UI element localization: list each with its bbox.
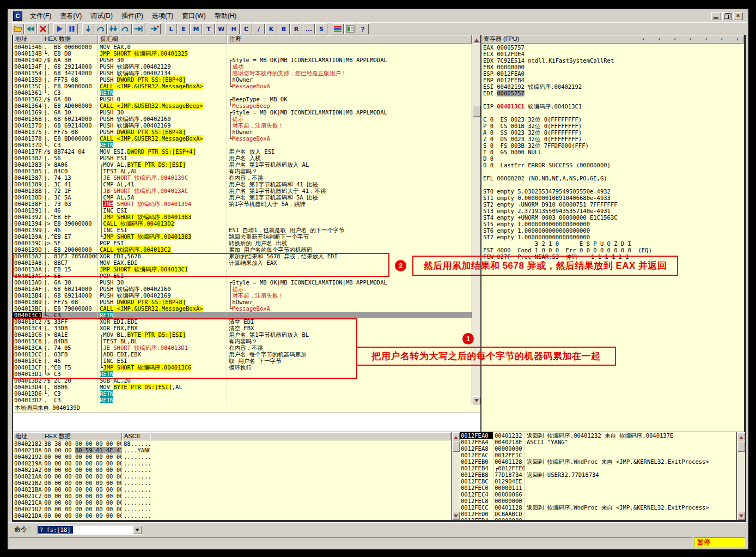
scrollbar-thumb[interactable] [452,441,460,452]
stack-row[interactable]: 0012FED0DCBAABCD [460,511,736,517]
register-line[interactable] [481,168,744,175]
stack-scrollbar[interactable] [736,432,745,520]
dump-row[interactable]: 004021CA00 00 00 00 00 00 00 00........ [13,499,451,506]
register-line[interactable]: ST6 empty 1.0000000000000000000 [481,227,744,234]
disasm-row[interactable]: 004013B9|. FF75 08PUSH DWORD PTR SS:[EBP… [13,299,472,305]
executable-modules-button[interactable]: E [178,23,190,34]
dump-row[interactable]: 004021DA00 00 00 00 00 00 00 00........ [13,512,451,519]
scrollbar-thumb[interactable] [473,106,480,117]
register-line[interactable]: 3 2 1 0 E S P U O Z D I [481,240,744,247]
run-trace-button[interactable]: ... [303,23,315,34]
disasm-row[interactable]: 0040139A|.^EB E7└JMP SHORT 软编码序.00401383… [13,233,472,240]
scrollbar-thumb[interactable] [737,441,745,452]
cpu-window-button[interactable]: C [240,23,252,34]
disasm-row[interactable]: 0040137D└. C3RETN [13,142,472,148]
disasm-row[interactable]: 0040134D/$ 6A 30PUSH 30┌Style = MB_OK|MB… [13,57,472,63]
stack-row[interactable]: 0012FEA800000000 [460,445,736,452]
memory-map-button[interactable]: M [190,23,202,34]
register-line[interactable]: D 0 [481,155,744,162]
disasm-row[interactable]: 004013C8|. 84DB│TEST BL,BL有内容吗？ [13,338,472,344]
dump-row[interactable]: 004021A200 00 00 00 00 00 00 00........ [13,467,451,473]
menu-item-window[interactable]: 窗口(W) [178,10,210,22]
log-window-button[interactable]: L [165,23,177,34]
scroll-down-button[interactable] [452,512,460,520]
disasm-row[interactable]: 004013B4|. 68 69214000PUSH 软编码序.00402169… [13,292,472,299]
dump-row[interactable]: 004021B200 00 00 00 00 00 00 00........ [13,480,451,486]
disasm-row[interactable]: 004013AC|> 5EPOP ESI [13,273,472,279]
register-line[interactable]: ST7 empty 1.0000000000000000000 [481,234,744,240]
register-line[interactable]: EAX 00005757 [481,44,744,51]
register-line[interactable]: ESI 00402192 软编码序.00402192 [481,83,744,90]
debugging-options-button[interactable] [332,23,344,34]
command-input[interactable]: ? fs:[18] [38,525,142,535]
disasm-row[interactable]: 00401346. B8 00000000MOV EAX,0 [13,44,472,50]
register-line[interactable]: C 0 ES 0023 32位 0(FFFFFFFF) [481,116,744,123]
disasm-row[interactable]: 00401383|> 8A06┌MOV AL,BYTE PTR DS:[ESI]… [13,161,472,168]
menu-item-view[interactable]: 查看(V) [56,10,86,22]
chevron-down-icon[interactable] [133,525,142,534]
register-line[interactable]: ECX 0012FDE4 [481,51,744,57]
scroll-up-button[interactable] [452,432,460,440]
register-line[interactable]: ST2 empty -UNORM D910 00000751 7FFFFFFF [481,201,744,208]
stack-row[interactable]: 0012FECC00401128返回到 软编码序.WndProc 来自 <JMP… [460,504,736,511]
register-line[interactable] [481,110,744,116]
register-line[interactable]: EBP 0012FEB4 [481,77,744,83]
disasm-row[interactable]: 004013C6|> 8A1E┌MOV BL,BYTE PTR DS:[ESI]… [13,331,472,338]
execute-till-user-code-button[interactable] [149,23,161,34]
disasm-row[interactable]: 004013C2/$ 33FFXOR EDI,EDI清空 EDI [13,318,472,325]
disasm-row[interactable]: 00401354|. 68 34214000PUSH 软编码序.00402134… [13,70,472,76]
threads-button[interactable]: T [203,23,215,34]
disasm-row[interactable]: 0040138B|. 72 1F│JB SHORT 软编码序.004013AC用… [13,187,472,194]
register-line[interactable]: EIP 004013C1 软编码序.004013C1 [481,103,744,110]
register-line[interactable]: EBX 00000000 [481,64,744,70]
disasm-header-disassembly[interactable]: 反汇编 [98,35,227,44]
call-stack-button[interactable]: K [265,23,277,34]
disasm-row[interactable]: 00401385|. 84C0│TEST AL,AL有内容吗？ [13,168,472,174]
dump-scrollbar[interactable] [451,432,460,520]
disasm-row[interactable]: 00401392|.^EB EF│JMP SHORT 软编码序.00401383 [13,214,472,220]
menu-item-plugins[interactable]: 插件(P) [117,10,148,22]
disasm-row[interactable]: 00401362/$ 6A 00PUSH 0┌BeepType = MB_OK [13,96,472,102]
stack-row[interactable]: 0012FEB4┌0012FEE0 [460,465,736,471]
disasm-row[interactable]: 00401378|. E8 BD000000CALL <JMP.&USER32.… [13,135,472,142]
stack-row[interactable]: 0012FEB877D18734返回到 USER32.77D18734 [460,471,736,478]
disasm-header-hex[interactable]: HEX 数据 [42,35,98,44]
register-line[interactable]: FST 4000 Cond 1 0 0 0 Err 0 0 0 0 0 0 0 … [481,247,744,253]
disasm-row[interactable]: 00401361└. C3RETN [13,89,472,96]
dump-header-hex[interactable]: HEX 数据 [42,432,122,440]
scroll-down-button[interactable] [473,396,480,404]
patches-button[interactable]: / [253,23,265,34]
stack-row[interactable]: 0012FED400000000 [460,517,736,520]
disasm-row[interactable]: 004013AD|. 6A 30PUSH 30┌Style = MB_OK|MB… [13,279,472,286]
register-line[interactable]: EFL 00000202 (NO,NB,NE,A,NS,PO,GE,G) [481,175,744,181]
dump-row[interactable]: 0040219200 00 00 00 00 00 00 00........ [13,453,451,460]
dump-row[interactable]: 004021D200 00 00 00 00 00 00 00........ [13,506,451,512]
disasm-row[interactable]: 00401369|. 6A 30PUSH 30┌Style = MB_OK|MB… [13,109,472,116]
stack-row[interactable]: 0012FEC000000111 [460,485,736,491]
close-button[interactable]: × [733,12,743,20]
register-line[interactable]: P 0 CS 001B 32位 0(FFFFFFFF) [481,123,744,129]
dump-row[interactable]: 004021AA00 00 00 00 00 00 00 00........ [13,473,451,480]
restore-button[interactable] [722,12,732,20]
disasm-row[interactable]: 00401370|. 68 69214000PUSH 软编码序.00402169… [13,122,472,129]
stack-row[interactable]: 0012FEC400000066 [460,491,736,498]
register-line[interactable]: O 0 LastErr ERROR_SUCCESS (00000000) [481,162,744,168]
disasm-row[interactable]: 004013D4|. 8806MOV BYTE PTR DS:[ESI],AL [13,384,472,390]
run-button[interactable] [53,23,65,34]
disasm-row[interactable]: 00401399|. 46│INC ESIESI 自增1，也就是取 用户名 的下… [13,227,472,233]
stack-row[interactable]: 0012FEAC0012FF1C [460,452,736,458]
restart-button[interactable] [25,23,36,34]
appearance-button[interactable] [344,23,356,34]
register-line[interactable] [481,181,744,188]
disasm-row[interactable]: 004013D2/$ 2C 20SUB AL,20 [13,377,472,384]
collapse-arrows-icon[interactable]: ‹ ‹ ‹ ‹ ‹ ‹ ‹ [643,35,744,44]
pause-button[interactable] [66,23,78,34]
disasm-row[interactable]: 0040134B└. EB D8JMP SHORT 软编码序.00401325 [13,50,472,57]
help-button[interactable]: ? [357,23,369,34]
disasm-row[interactable]: 0040137F/$ 8B7424 04MOV ESI,DWORD PTR SS… [13,148,472,155]
menu-item-help[interactable]: 帮助(H) [210,10,241,22]
disasm-row[interactable]: 0040138D|. 3C 5A│CMP AL,5A用户名 第1字节机器码和 5… [13,194,472,201]
disasm-row[interactable]: 0040139C|> 5EPOP ESI转换后的 用户名 出栈 [13,240,472,246]
animate-into-button[interactable] [107,23,119,34]
register-line[interactable]: ST0 empty 5.0302553479549505550e-4932 [481,188,744,195]
